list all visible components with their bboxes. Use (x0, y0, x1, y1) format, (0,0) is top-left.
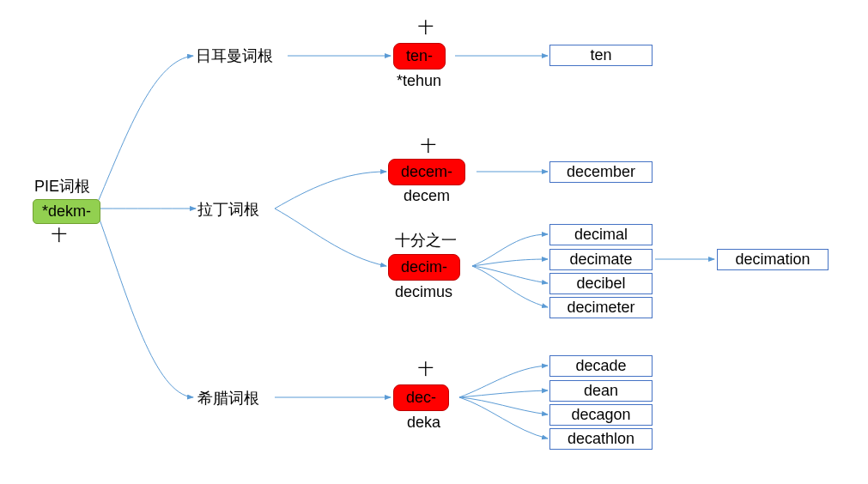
greek-stem-box: dec- (393, 384, 449, 411)
greek-proto: deka (407, 414, 440, 432)
word-decade: decade (549, 355, 653, 377)
word-decagon: decagon (549, 404, 653, 426)
germanic-title: 日耳曼词根 (196, 45, 273, 66)
decim-stem-box: decim- (388, 254, 460, 281)
germanic-stem-box: ten- (393, 43, 446, 70)
decem-top: 十 (421, 136, 436, 156)
greek-title: 希腊词根 (197, 388, 259, 408)
word-decibel: decibel (549, 273, 653, 294)
decim-top: 十分之一 (395, 230, 457, 251)
decem-stem-box: decem- (388, 159, 465, 185)
word-ten: ten (549, 45, 653, 66)
word-decimal: decimal (549, 224, 653, 245)
pie-label: PIE词根 (34, 176, 90, 197)
germanic-proto: *tehun (397, 72, 441, 90)
word-dean: dean (549, 380, 653, 402)
word-decathlon: decathlon (549, 428, 653, 450)
word-decimation: decimation (717, 249, 829, 270)
pie-meaning: 十 (52, 225, 67, 245)
latin-title: 拉丁词根 (197, 199, 259, 220)
decem-proto: decem (404, 187, 450, 205)
pie-root-box: *dekm- (33, 199, 100, 224)
greek-top: 十 (418, 359, 434, 379)
germanic-top: 十 (418, 17, 434, 38)
word-decimate: decimate (549, 249, 653, 270)
word-december: december (549, 161, 653, 183)
word-decimeter: decimeter (549, 297, 653, 318)
decim-proto: decimus (395, 283, 452, 301)
